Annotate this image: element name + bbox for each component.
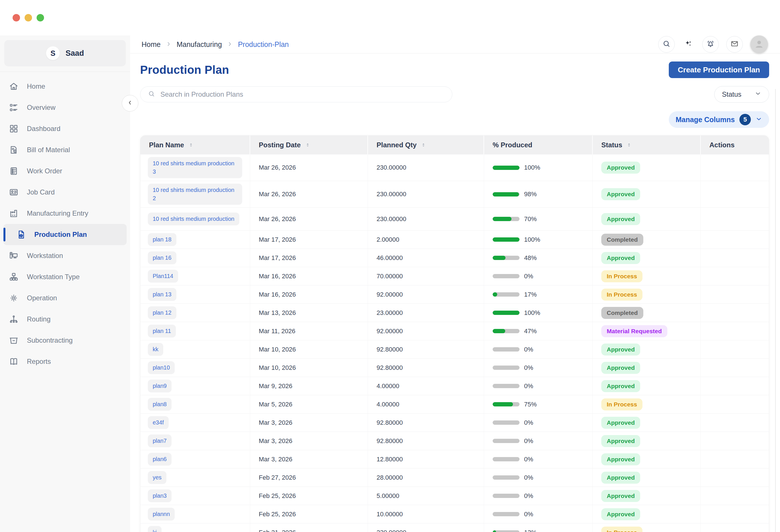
manage-columns-label: Manage Columns: [676, 115, 735, 124]
plan-name-link[interactable]: 10 red shirts medium production 2: [148, 184, 242, 205]
table-row: plan 12Mar 13, 202623.00000100%Completed: [140, 304, 769, 322]
posting-date: Mar 11, 2026: [259, 328, 295, 335]
manage-columns-button[interactable]: Manage Columns 5: [669, 111, 769, 128]
sidebar-collapse-button[interactable]: [122, 95, 138, 111]
window-maximize-button[interactable]: [37, 14, 44, 21]
chevron-down-icon: [754, 90, 762, 99]
plan-name-link[interactable]: plan 16: [148, 251, 177, 264]
breadcrumb-production-plan: Production-Plan: [238, 40, 289, 49]
status-filter-select[interactable]: Status: [714, 86, 769, 103]
breadcrumb-manufacturing[interactable]: Manufacturing: [177, 40, 222, 49]
table-header-row: Plan NamePosting DatePlanned Qty% Produc…: [140, 136, 769, 154]
produced-percent: 100%: [524, 164, 540, 171]
plan-name-link[interactable]: kj: [148, 526, 161, 532]
breadcrumb-home[interactable]: Home: [142, 40, 161, 49]
table-row: plan10Mar 10, 202692.800000%Approved: [140, 359, 769, 377]
column-header-plan-name[interactable]: Plan Name: [140, 136, 250, 154]
produced-progress-bar: [493, 457, 520, 462]
sidebar-item-workstation[interactable]: Workstation: [0, 245, 130, 266]
column-label: Status: [601, 141, 622, 149]
plan-name-link[interactable]: plan 13: [148, 288, 177, 301]
column-label: Posting Date: [259, 141, 301, 149]
window-close-button[interactable]: [12, 14, 20, 21]
search-icon: [148, 90, 155, 99]
search-button[interactable]: [658, 36, 675, 53]
search-input[interactable]: [160, 90, 445, 98]
page-title: Production Plan: [140, 63, 229, 77]
sidebar-item-label: Dashboard: [27, 125, 60, 133]
plan-name-link[interactable]: e34f: [148, 416, 169, 429]
status-badge: Approved: [601, 490, 640, 502]
plan-name-link[interactable]: plan6: [148, 453, 172, 466]
plan-name-link[interactable]: plan3: [148, 489, 172, 502]
sidebar-item-job-card[interactable]: Job Card: [0, 182, 130, 203]
column-header-planned-qty[interactable]: Planned Qty: [368, 136, 484, 154]
actions-cell: [701, 469, 769, 487]
work-order-icon: [9, 166, 19, 176]
reports-icon: [9, 356, 19, 367]
status-badge: In Process: [601, 527, 642, 532]
bell-icon: [706, 40, 715, 49]
plan-name-link[interactable]: plannn: [148, 508, 175, 521]
user-card[interactable]: S Saad: [4, 40, 126, 66]
produced-progress-bar: [493, 310, 520, 315]
sidebar-item-bill-of-material[interactable]: Bill of Material: [0, 139, 130, 160]
search-icon: [662, 40, 671, 49]
plan-name-link[interactable]: plan8: [148, 398, 172, 411]
sidebar-nav: HomeOverviewDashboardBill of MaterialWor…: [0, 72, 130, 372]
sidebar-item-subcontracting[interactable]: Subcontracting: [0, 330, 130, 351]
status-badge: Approved: [601, 213, 640, 225]
actions-cell: [701, 304, 769, 322]
planned-qty: 92.80000: [377, 346, 403, 353]
plan-name-link[interactable]: 10 red shirts medium production: [148, 212, 239, 225]
produced-percent: 0%: [524, 474, 533, 481]
sidebar-item-label: Operation: [27, 294, 57, 302]
sidebar-item-routing[interactable]: Routing: [0, 308, 130, 330]
plan-name-link[interactable]: 10 red shirts medium production 3: [148, 157, 242, 178]
plan-name-link[interactable]: plan7: [148, 434, 172, 447]
produced-progress-bar: [493, 292, 520, 297]
sidebar-item-overview[interactable]: Overview: [0, 97, 130, 118]
sidebar-item-label: Overview: [27, 103, 55, 111]
status-filter-label: Status: [722, 90, 741, 98]
plan-name-link[interactable]: plan 12: [148, 306, 177, 319]
plan-name-link[interactable]: yes: [148, 471, 166, 484]
messages-button[interactable]: [726, 36, 743, 53]
posting-date: Feb 27, 2026: [259, 474, 296, 481]
planned-qty: 92.00000: [377, 291, 403, 298]
window-minimize-button[interactable]: [25, 14, 32, 21]
produced-percent: 47%: [524, 328, 537, 335]
sidebar-item-manufacturing-entry[interactable]: Manufacturing Entry: [0, 203, 130, 224]
sidebar-item-workstation-type[interactable]: Workstation Type: [0, 266, 130, 287]
chevron-left-icon: [127, 99, 134, 107]
manufacturing-entry-icon: [9, 208, 19, 219]
create-production-plan-button[interactable]: Create Production Plan: [669, 61, 769, 78]
posting-date: Feb 21, 2026: [259, 529, 296, 532]
notifications-button[interactable]: [702, 36, 719, 53]
sidebar-item-production-plan[interactable]: Production Plan: [3, 224, 127, 245]
ai-assistant-button[interactable]: [682, 38, 695, 51]
status-badge: Approved: [601, 380, 640, 392]
scrollbar[interactable]: [775, 89, 776, 532]
column-header-posting-date[interactable]: Posting Date: [250, 136, 368, 154]
produced-percent: 17%: [524, 291, 537, 298]
produced-percent: 0%: [524, 273, 533, 280]
plan-name-link[interactable]: Plan114: [148, 270, 178, 283]
plan-name-link[interactable]: plan 11: [148, 325, 176, 338]
plan-name-link[interactable]: plan10: [148, 361, 175, 374]
plan-name-link[interactable]: kk: [148, 343, 163, 356]
sidebar-item-reports[interactable]: Reports: [0, 351, 130, 372]
plan-name-link[interactable]: plan 18: [148, 233, 177, 246]
actions-cell: [701, 377, 769, 395]
column-header-status[interactable]: Status: [593, 136, 701, 154]
produced-progress-bar: [493, 402, 520, 406]
posting-date: Mar 9, 2026: [259, 382, 292, 390]
user-name: Saad: [65, 49, 84, 58]
actions-cell: [701, 450, 769, 468]
plan-name-link[interactable]: plan9: [148, 380, 172, 392]
sidebar-item-home[interactable]: Home: [0, 76, 130, 97]
sidebar-item-operation[interactable]: Operation: [0, 287, 130, 308]
sidebar-item-dashboard[interactable]: Dashboard: [0, 118, 130, 139]
profile-avatar[interactable]: [750, 36, 768, 53]
sidebar-item-work-order[interactable]: Work Order: [0, 160, 130, 182]
